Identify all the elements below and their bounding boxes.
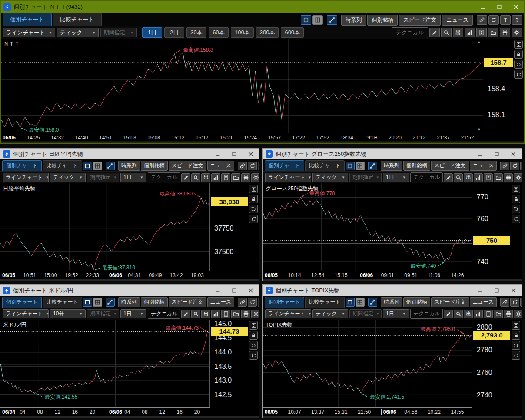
memo-icon[interactable] — [221, 310, 230, 318]
day-select[interactable]: 1日▼ — [383, 309, 409, 318]
help-button[interactable]: ? — [512, 15, 522, 25]
chart-style-icon[interactable] — [465, 28, 475, 37]
technical-button[interactable]: テクニカル — [410, 309, 443, 319]
refresh-icon[interactable] — [248, 298, 257, 307]
lock-icon[interactable] — [249, 195, 258, 203]
text-tool-button[interactable]: T — [258, 162, 259, 170]
horizontal-scrollbar[interactable] — [1, 141, 524, 143]
close-button[interactable] — [509, 3, 522, 11]
link-icon[interactable] — [238, 298, 247, 307]
tab-compare-chart[interactable]: 比較チャート — [53, 13, 102, 26]
scale-fit-icon[interactable] — [512, 321, 520, 330]
text-tool-button[interactable]: T — [500, 15, 511, 25]
scale-fit-icon[interactable] — [249, 321, 258, 330]
speed-order-button[interactable]: スピード注文 — [169, 297, 206, 307]
tab-individual-chart[interactable]: 個別チャート — [265, 160, 304, 171]
news-button[interactable]: ニュース — [207, 161, 235, 171]
maximize-button[interactable] — [490, 286, 503, 295]
refresh-icon[interactable] — [488, 15, 499, 25]
lock-icon[interactable] — [514, 50, 523, 59]
news-button[interactable]: ニュース — [442, 15, 473, 26]
tab-compare-chart[interactable]: 比較チャート — [305, 297, 345, 308]
time-series-button[interactable]: 時系列 — [118, 161, 140, 171]
window-titlebar[interactable]: 個別チャート 日経平均先物 — [0, 149, 259, 159]
day-select[interactable]: 1日▼ — [120, 309, 146, 318]
time-series-button[interactable]: 時系列 — [118, 297, 140, 307]
scale-fit-icon[interactable] — [249, 185, 258, 193]
price-chart[interactable]: グロース250指数先物 最高値:770最安値:740 — [263, 183, 472, 271]
interval-select[interactable]: ティック▼ — [312, 173, 348, 182]
memo-icon[interactable] — [221, 173, 230, 182]
memo-icon[interactable] — [484, 173, 493, 182]
price-axis[interactable]: 377503750038,030 — [210, 183, 259, 271]
link-icon[interactable] — [477, 15, 487, 25]
draw-line-icon[interactable] — [106, 162, 115, 170]
export-button[interactable]: 出 — [464, 310, 473, 318]
individual-stock-button[interactable]: 個別銘柄 — [141, 297, 168, 307]
undo-icon[interactable] — [512, 205, 520, 213]
settings-icon[interactable] — [512, 28, 522, 37]
news-button[interactable]: ニュース — [470, 297, 497, 307]
window-titlebar[interactable]: 個別チャート グロース250指数先物 — [263, 149, 522, 159]
minimize-button[interactable] — [474, 150, 487, 159]
interval-select[interactable]: ティック▼ — [50, 173, 86, 182]
technical-button[interactable]: テクニカル — [392, 27, 428, 38]
tab-compare-chart[interactable]: 比較チャート — [43, 297, 82, 308]
axis-scroll-up-icon[interactable]: ▲ — [477, 40, 481, 44]
refresh-icon[interactable] — [248, 162, 257, 170]
interval-select[interactable]: ティック▼ — [312, 309, 348, 318]
tab-individual-chart[interactable]: 個別チャート — [2, 160, 42, 171]
minimize-button[interactable] — [474, 286, 487, 295]
redo-icon[interactable] — [512, 215, 520, 223]
speed-order-button[interactable]: スピード注文 — [399, 15, 441, 26]
axis-scroll-down-icon[interactable]: ▼ — [477, 127, 481, 132]
maximize-button[interactable] — [493, 3, 506, 11]
individual-stock-button[interactable]: 個別銘柄 — [403, 297, 430, 307]
memo-icon[interactable] — [484, 310, 493, 318]
lock-icon[interactable] — [512, 331, 520, 340]
chart-style-icon[interactable] — [211, 310, 220, 318]
individual-stock-button[interactable]: 個別銘柄 — [403, 161, 430, 171]
folder-icon[interactable] — [231, 310, 240, 318]
redo-icon[interactable] — [514, 70, 523, 79]
folder-icon[interactable] — [494, 310, 503, 318]
zoom-icon[interactable] — [191, 173, 200, 182]
zoom-icon[interactable] — [191, 310, 200, 318]
redo-icon[interactable] — [512, 351, 520, 360]
window-titlebar[interactable]: 個別チャート TOPIX先物 — [263, 285, 522, 296]
pencil-icon[interactable] — [429, 28, 440, 37]
print-icon[interactable] — [504, 310, 513, 318]
price-chart[interactable]: ＮＴＴ 最高値:158.8最安値:158.0▲▼ — [1, 39, 483, 133]
layout-grid-icon[interactable] — [356, 162, 365, 170]
scale-fit-icon[interactable] — [514, 40, 523, 49]
day-select[interactable]: 1日▼ — [383, 173, 409, 182]
settings-icon[interactable] — [514, 173, 522, 182]
minimize-button[interactable] — [211, 286, 224, 295]
folder-icon[interactable] — [488, 28, 498, 37]
chart-type-select[interactable]: ラインチャート▼ — [3, 173, 49, 182]
pencil-icon[interactable] — [181, 310, 190, 318]
memo-icon[interactable] — [476, 28, 487, 37]
period-button[interactable]: 300本 — [256, 27, 279, 38]
period-button[interactable]: 30本 — [186, 27, 206, 38]
time-series-button[interactable]: 時系列 — [381, 161, 402, 171]
text-tool-button[interactable]: T — [258, 298, 259, 307]
horizontal-scrollbar[interactable] — [263, 279, 522, 281]
time-series-button[interactable]: 時系列 — [341, 15, 366, 26]
draw-line-icon[interactable] — [368, 162, 377, 170]
folder-icon[interactable] — [231, 173, 240, 182]
window-titlebar[interactable]: 個別チャート ＮＴＴ(9432) — [1, 1, 524, 13]
lock-icon[interactable] — [249, 331, 258, 340]
technical-button[interactable]: テクニカル — [148, 309, 180, 319]
individual-stock-button[interactable]: 個別銘柄 — [367, 15, 398, 26]
export-button[interactable]: 出 — [464, 173, 473, 182]
period-button[interactable]: 600本 — [281, 27, 304, 38]
period-button[interactable]: 100本 — [231, 27, 254, 38]
settings-icon[interactable] — [251, 310, 259, 318]
horizontal-scrollbar[interactable] — [0, 279, 259, 281]
link-icon[interactable] — [500, 162, 509, 170]
zoom-icon[interactable] — [441, 28, 452, 37]
pencil-icon[interactable] — [444, 310, 453, 318]
time-series-button[interactable]: 時系列 — [381, 297, 402, 307]
layout-single-icon[interactable] — [346, 162, 355, 170]
